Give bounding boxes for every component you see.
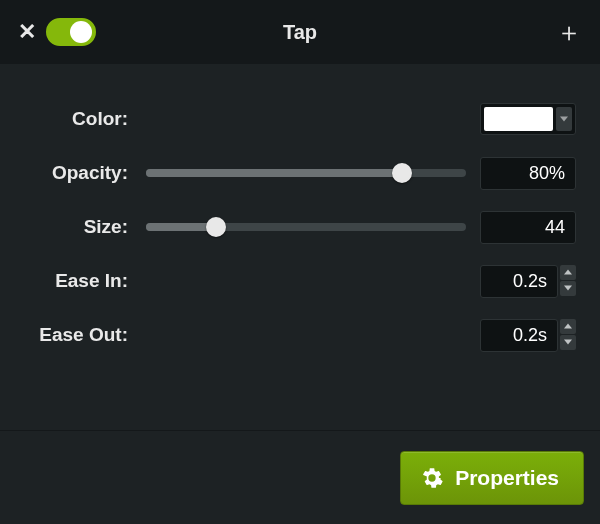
footer: Properties [0, 430, 600, 524]
properties-button[interactable]: Properties [400, 451, 584, 505]
step-up-icon[interactable] [560, 265, 576, 280]
label-ease-out: Ease Out: [24, 324, 132, 346]
enable-toggle[interactable] [46, 18, 96, 46]
panel-header: ✕ Tap ＋ [0, 0, 600, 64]
row-ease-out: Ease Out: 0.2s [24, 308, 576, 362]
slider-fill [146, 169, 402, 177]
ease-out-input[interactable]: 0.2s [480, 319, 558, 352]
properties-label: Properties [455, 466, 559, 490]
label-size: Size: [24, 216, 132, 238]
size-input[interactable]: 44 [480, 211, 576, 244]
ease-in-stepper [560, 265, 576, 298]
close-icon[interactable]: ✕ [18, 21, 36, 43]
color-swatch [484, 107, 553, 131]
row-size: Size: 44 [24, 200, 576, 254]
settings-panel: Color: Opacity: 80% Size: [0, 64, 600, 362]
opacity-slider[interactable] [146, 169, 466, 177]
ease-out-stepper [560, 319, 576, 352]
step-down-icon[interactable] [560, 335, 576, 350]
slider-thumb[interactable] [392, 163, 412, 183]
row-color: Color: [24, 92, 576, 146]
size-slider[interactable] [146, 223, 466, 231]
plus-icon[interactable]: ＋ [556, 19, 582, 45]
row-ease-in: Ease In: 0.2s [24, 254, 576, 308]
color-picker[interactable] [480, 103, 576, 135]
gear-icon [421, 467, 443, 489]
color-dropdown-arrow[interactable] [556, 107, 572, 131]
row-opacity: Opacity: 80% [24, 146, 576, 200]
ease-in-input[interactable]: 0.2s [480, 265, 558, 298]
toggle-knob [70, 21, 92, 43]
label-ease-in: Ease In: [24, 270, 132, 292]
label-color: Color: [24, 108, 132, 130]
label-opacity: Opacity: [24, 162, 132, 184]
step-up-icon[interactable] [560, 319, 576, 334]
slider-thumb[interactable] [206, 217, 226, 237]
opacity-input[interactable]: 80% [480, 157, 576, 190]
step-down-icon[interactable] [560, 281, 576, 296]
